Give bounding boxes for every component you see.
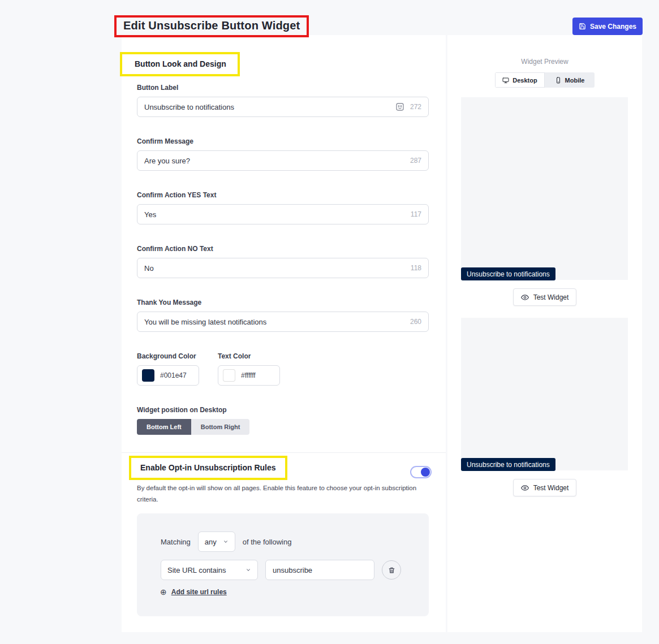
colors-row: Background Color #001e47 Text Color #fff… (137, 352, 429, 386)
tab-desktop-label: Desktop (512, 77, 537, 84)
position-group: Widget position on Desktop Bottom Left B… (137, 406, 429, 435)
emoji-picker-icon[interactable] (395, 102, 404, 111)
thank-you-input-wrap: 260 (137, 312, 429, 332)
rules-enable-toggle[interactable] (411, 467, 430, 477)
preview-panel: Widget Preview Desktop Mobile Unsubscrib… (447, 35, 642, 632)
text-color-label: Text Color (218, 352, 280, 360)
test-widget-button-desktop[interactable]: Test Widget (513, 288, 576, 306)
chevron-down-icon (245, 567, 251, 573)
confirm-yes-input-wrap: 117 (137, 204, 429, 224)
confirm-yes-input[interactable] (144, 210, 405, 219)
text-color-group: Text Color #ffffff (218, 352, 280, 386)
button-label-label: Button Label (137, 84, 429, 92)
position-label: Widget position on Desktop (137, 406, 429, 414)
rule-condition-select[interactable]: Site URL contains (161, 560, 258, 580)
rules-section-heading: Enable Opt-in Unsubscription Rules (129, 456, 287, 480)
toggle-knob (421, 468, 430, 477)
add-rule-label: Add site url rules (171, 588, 227, 596)
page-title: Edit Unsubscribe Button Widget (114, 15, 309, 37)
field-button-label: Button Label 272 (137, 84, 429, 117)
tab-desktop[interactable]: Desktop (495, 72, 545, 88)
confirm-no-label: Confirm Action NO Text (137, 245, 429, 253)
thank-you-char-count: 260 (410, 318, 421, 326)
rule-value-input[interactable] (265, 560, 374, 580)
eye-icon (521, 484, 529, 492)
button-label-char-count: 272 (410, 103, 421, 111)
matching-row: Matching any of the following (161, 531, 291, 552)
background-color-value: #001e47 (160, 371, 187, 379)
confirm-yes-label: Confirm Action YES Text (137, 191, 429, 199)
matching-suffix: of the following (243, 538, 292, 546)
confirm-message-input[interactable] (144, 157, 404, 165)
position-bottom-left-button[interactable]: Bottom Left (137, 419, 191, 435)
rules-card: Matching any of the following Site URL c… (137, 513, 429, 616)
desktop-preview-area: Unsubscribe to notifications (461, 97, 628, 280)
design-section-heading: Button Look and Design (120, 52, 240, 76)
preview-title: Widget Preview (447, 58, 642, 66)
background-color-group: Background Color #001e47 (137, 352, 199, 386)
mobile-preview-area: Unsubscribe to notifications (461, 318, 628, 470)
section-divider (122, 452, 446, 453)
unsubscribe-widget-button[interactable]: Unsubscribe to notifications (461, 267, 555, 280)
confirm-message-char-count: 287 (410, 157, 421, 165)
background-color-label: Background Color (137, 352, 199, 360)
confirm-message-input-wrap: 287 (137, 150, 429, 171)
confirm-no-char-count: 118 (411, 264, 421, 272)
save-changes-label: Save Changes (590, 23, 636, 31)
confirm-yes-char-count: 117 (411, 210, 421, 218)
save-icon (579, 23, 586, 30)
button-label-input-wrap: 272 (137, 97, 429, 117)
button-label-input[interactable] (144, 103, 391, 111)
matching-select[interactable]: any (198, 531, 235, 552)
test-widget-button-mobile[interactable]: Test Widget (513, 479, 576, 496)
text-color-swatch (223, 369, 235, 382)
chevron-down-icon (223, 539, 229, 544)
delete-rule-button[interactable] (382, 560, 401, 580)
settings-panel: Button Look and Design Button Label 272 … (122, 35, 446, 632)
plus-circle-icon: ⊕ (160, 588, 167, 596)
unsubscribe-widget-button[interactable]: Unsubscribe to notifications (461, 458, 555, 471)
text-color-value: #ffffff (241, 371, 256, 379)
preview-device-tabs: Desktop Mobile (495, 72, 595, 88)
field-thank-you: Thank You Message 260 (137, 299, 429, 332)
rules-description: By default the opt-in will show on all p… (137, 482, 423, 505)
thank-you-label: Thank You Message (137, 299, 429, 306)
thank-you-input[interactable] (144, 318, 404, 326)
mobile-icon (555, 77, 562, 84)
confirm-no-input[interactable] (144, 264, 405, 273)
field-confirm-yes: Confirm Action YES Text 117 (137, 191, 429, 224)
tab-mobile-label: Mobile (565, 77, 585, 84)
tab-mobile[interactable]: Mobile (545, 72, 595, 88)
test-widget-label: Test Widget (533, 293, 569, 301)
rule-condition-value: Site URL contains (167, 566, 226, 574)
confirm-message-label: Confirm Message (137, 137, 429, 145)
test-widget-label: Test Widget (533, 484, 569, 492)
rule-row: Site URL contains (161, 560, 401, 580)
position-bottom-right-button[interactable]: Bottom Right (191, 419, 250, 435)
confirm-no-input-wrap: 118 (137, 258, 429, 278)
position-segmented-control: Bottom Left Bottom Right (137, 419, 249, 435)
trash-icon (388, 567, 395, 574)
background-color-picker[interactable]: #001e47 (137, 365, 199, 386)
text-color-picker[interactable]: #ffffff (218, 365, 280, 386)
field-confirm-message: Confirm Message 287 (137, 137, 429, 171)
field-confirm-no: Confirm Action NO Text 118 (137, 245, 429, 278)
design-fields: Button Label 272 Confirm Message 287 (137, 84, 429, 435)
add-rule-link[interactable]: ⊕ Add site url rules (160, 588, 227, 596)
background-color-swatch (142, 369, 154, 382)
matching-select-value: any (205, 538, 217, 546)
desktop-icon (502, 77, 509, 84)
matching-label: Matching (161, 538, 191, 546)
save-changes-button[interactable]: Save Changes (572, 18, 643, 35)
eye-icon (521, 293, 529, 301)
